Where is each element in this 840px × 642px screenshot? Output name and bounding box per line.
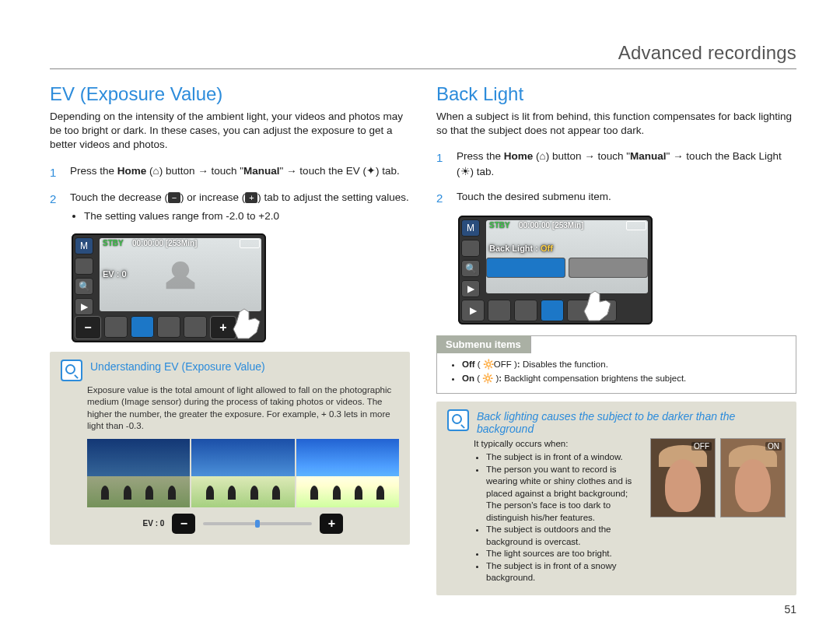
ev-understanding-callout: Understanding EV (Exposure Value) Exposu…: [50, 352, 410, 545]
osd-icon: [104, 316, 128, 338]
backlight-heading: Back Light: [436, 83, 796, 105]
example-off-image: OFF: [650, 438, 716, 517]
bl-off-option[interactable]: [486, 258, 565, 278]
ev-gallery: [87, 439, 399, 507]
ev-minus-button[interactable]: −: [75, 316, 101, 339]
ev-step-2: 2 Touch the decrease (−) or increase (+)…: [50, 190, 410, 223]
page-header: Advanced recordings: [50, 42, 796, 69]
ev-minus-button[interactable]: −: [172, 514, 195, 534]
bl-camera-preview: M 🔍 ▶ STBY 00:00:00 [253Min] Back Light …: [458, 216, 653, 325]
osd-icon: [184, 316, 207, 338]
backlight-intro: When a subject is lit from behind, this …: [436, 110, 796, 138]
zoom-icon: 🔍: [461, 260, 480, 277]
home-icon: ⌂: [153, 165, 159, 177]
ev-heading: EV (Exposure Value): [50, 83, 410, 105]
right-column: Back Light When a subject is lit from be…: [436, 83, 796, 616]
callout-title: Back lighting causes the subject to be d…: [477, 410, 786, 435]
step-number: 1: [436, 149, 447, 179]
ev-intro: Depending on the intensity of the ambien…: [50, 110, 410, 153]
mode-m-icon: M: [75, 237, 93, 254]
osd-icon: [514, 300, 537, 321]
bl-on-option[interactable]: [569, 258, 648, 278]
ev-camera-preview: M 🔍 ▶ STBY 00:00:00 [253Min] EV : 0 − +: [72, 233, 266, 342]
bl-readout: Back Light : Off: [489, 244, 553, 253]
plus-icon: +: [245, 192, 257, 203]
submenu-box: Submenu items Off ( 🔆OFF ): Disables the…: [436, 335, 796, 394]
magnifier-icon: [61, 360, 82, 381]
battery-icon: [626, 221, 646, 230]
callout-body: It typically occurs when: The subject is…: [474, 438, 641, 584]
callout-title: Understanding EV (Exposure Value): [90, 360, 265, 373]
example-on-image: ON: [720, 438, 786, 517]
backlight-tab-icon[interactable]: [541, 300, 564, 321]
ev-step-1: 1 Press the Home (⌂) button → touch "Man…: [50, 163, 410, 181]
home-icon: ⌂: [540, 150, 546, 162]
submenu-heading: Submenu items: [436, 335, 531, 353]
ev-tab-icon: ✦: [366, 165, 376, 177]
ev-readout: EV : 0: [103, 269, 127, 279]
ev-slider-track[interactable]: [203, 522, 312, 525]
stby-label: STBY: [103, 239, 124, 247]
minus-icon: −: [168, 192, 180, 203]
osd-icon: [488, 300, 511, 321]
battery-icon: [240, 239, 260, 248]
ev-plus-button[interactable]: +: [320, 514, 343, 534]
bl-causes-callout: Back lighting causes the subject to be d…: [436, 402, 796, 595]
bl-step-1: 1 Press the Home (⌂) button → touch "Man…: [436, 149, 796, 179]
zoom-icon: 🔍: [75, 278, 93, 295]
bl-example-images: OFF ON: [650, 438, 786, 584]
stby-time: 00:00:00 [253Min]: [132, 239, 197, 247]
left-column: EV (Exposure Value) Depending on the int…: [50, 83, 410, 616]
mode-m-icon: M: [461, 219, 480, 237]
bl-step-2: 2 Touch the desired submenu item.: [436, 189, 796, 207]
ev-tab-icon[interactable]: [131, 316, 154, 338]
submenu-items: Off ( 🔆OFF ): Disables the function. On …: [437, 353, 796, 393]
play-icon: ▶: [461, 280, 480, 297]
stby-time: 00:00:00 [253Min]: [519, 221, 583, 230]
osd-icon: [157, 316, 180, 338]
step-number: 2: [50, 190, 61, 223]
hand-pointer-icon: [224, 300, 266, 342]
hand-pointer-icon: [575, 282, 621, 325]
stby-label: STBY: [489, 221, 510, 230]
osd-icon: ▶: [461, 300, 485, 321]
side-icon: [461, 240, 480, 257]
side-icon: [75, 258, 93, 275]
ev-slider: EV : 0 − +: [50, 514, 410, 534]
backlight-tab-icon: ☀: [460, 166, 471, 177]
page-number: 51: [436, 603, 796, 616]
step-number: 2: [436, 189, 447, 207]
callout-body: Exposure value is the total amount of li…: [50, 383, 410, 433]
magnifier-icon: [447, 409, 469, 431]
play-icon: ▶: [75, 298, 93, 315]
step-number: 1: [50, 163, 61, 181]
